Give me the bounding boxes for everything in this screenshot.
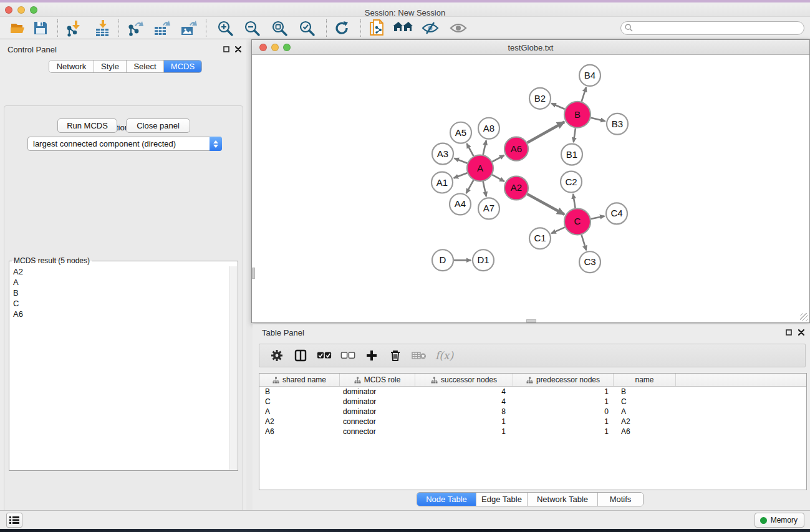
- mcds-result-item[interactable]: A2: [10, 266, 229, 277]
- zoom-in-button[interactable]: [215, 19, 236, 37]
- table-cell[interactable]: A2: [614, 417, 676, 427]
- column-header-predecessor-nodes[interactable]: predecessor nodes: [513, 374, 614, 386]
- apply-layout-button[interactable]: [331, 19, 352, 37]
- table-row[interactable]: Adominator80A: [259, 407, 806, 417]
- table-cell[interactable]: connector: [340, 417, 415, 427]
- graph-edge-B-B1[interactable]: [574, 128, 576, 142]
- table-cell[interactable]: 1: [415, 417, 513, 427]
- show-all-networks-button[interactable]: [393, 19, 414, 37]
- tab-mcds[interactable]: MCDS: [164, 60, 201, 72]
- memory-button[interactable]: Memory: [755, 513, 804, 528]
- graph-edge-A-A8[interactable]: [483, 140, 486, 155]
- table-cell[interactable]: A: [259, 407, 340, 417]
- column-header-successor-nodes[interactable]: successor nodes: [415, 374, 513, 386]
- function-builder-button[interactable]: f(x): [435, 349, 453, 362]
- table-cell[interactable]: 4: [415, 397, 513, 407]
- float-panel-button[interactable]: [222, 45, 231, 54]
- table-close-button[interactable]: [797, 328, 806, 337]
- deselect-all-button[interactable]: [340, 348, 355, 363]
- column-header-MCDS-role[interactable]: MCDS role: [340, 374, 415, 386]
- export-image-button[interactable]: [178, 19, 200, 37]
- graph-edge-A-A5[interactable]: [467, 143, 474, 156]
- open-session-button[interactable]: [7, 19, 29, 37]
- table-cell[interactable]: 1: [513, 427, 614, 437]
- graph-edge-B-B4[interactable]: [582, 87, 586, 102]
- table-cell[interactable]: 1: [513, 387, 614, 397]
- graph-edge-C-C1[interactable]: [551, 227, 565, 233]
- graph-edge-B-B2[interactable]: [551, 104, 564, 109]
- column-header-shared-name[interactable]: shared name: [259, 374, 340, 386]
- mcds-result-item[interactable]: A: [10, 277, 229, 288]
- graph-edge-B-B3[interactable]: [591, 118, 605, 121]
- graph-edge-A-A1[interactable]: [454, 173, 468, 178]
- tab-motifs[interactable]: Motifs: [598, 493, 643, 506]
- mcds-result-item[interactable]: B: [10, 288, 229, 298]
- graph-edge-C-C3[interactable]: [581, 235, 586, 250]
- network-window-titlebar[interactable]: testGlobe.txt: [252, 40, 809, 55]
- table-cell[interactable]: 0: [513, 407, 614, 417]
- graph-edge-A2-C[interactable]: [528, 194, 564, 215]
- tab-network-table[interactable]: Network Table: [528, 493, 598, 506]
- table-row[interactable]: Bdominator41B: [259, 387, 806, 397]
- graph-edge-A-A6[interactable]: [492, 155, 504, 162]
- mcds-list-scrollbar[interactable]: [229, 266, 237, 470]
- export-table-button[interactable]: [152, 19, 173, 37]
- table-cell[interactable]: B: [259, 387, 340, 397]
- table-cell[interactable]: dominator: [340, 387, 415, 397]
- table-cell[interactable]: 1: [415, 427, 513, 437]
- network-bottom-scroll-nub[interactable]: [526, 319, 536, 322]
- table-cell[interactable]: A6: [259, 427, 340, 437]
- table-cell[interactable]: A2: [259, 417, 340, 427]
- optimization-select[interactable]: largest connected component (directed): [27, 137, 222, 151]
- graph-edge-A-A3[interactable]: [455, 158, 468, 163]
- show-column-button[interactable]: [293, 348, 308, 363]
- show-selected-button[interactable]: [448, 19, 469, 37]
- network-graph[interactable]: B4B2BB3A5A8A6B1A3AC2A1A2A4A7C4CC1C3DD1: [252, 56, 809, 322]
- graph-edge-C-C2[interactable]: [573, 194, 576, 208]
- network-canvas[interactable]: B4B2BB3A5A8A6B1A3AC2A1A2A4A7C4CC1C3DD1: [252, 56, 809, 322]
- run-mcds-button[interactable]: Run MCDS: [57, 118, 117, 133]
- tab-style[interactable]: Style: [94, 60, 127, 72]
- close-panel-button-mcds[interactable]: Close panel: [126, 118, 190, 133]
- table-options-button[interactable]: [269, 348, 284, 363]
- graph-edge-A-A7[interactable]: [483, 181, 486, 196]
- graph-edge-A-A4[interactable]: [466, 180, 474, 193]
- column-header-name[interactable]: name: [614, 374, 676, 386]
- table-cell[interactable]: 1: [513, 417, 614, 427]
- add-column-button[interactable]: [364, 348, 379, 363]
- tab-network[interactable]: Network: [49, 60, 94, 72]
- mcds-result-item[interactable]: A6: [10, 309, 229, 319]
- save-session-button[interactable]: [30, 19, 51, 37]
- import-table-button[interactable]: [92, 19, 113, 37]
- new-network-from-selection-button[interactable]: [367, 19, 388, 37]
- delete-table-button[interactable]: [412, 348, 427, 363]
- graph-edge-A-A2[interactable]: [492, 175, 504, 181]
- table-cell[interactable]: 1: [513, 397, 614, 407]
- table-float-button[interactable]: [784, 328, 793, 337]
- zoom-out-button[interactable]: [241, 19, 263, 37]
- table-cell[interactable]: A6: [614, 427, 676, 437]
- select-all-button[interactable]: [317, 348, 332, 363]
- tab-select[interactable]: Select: [127, 60, 164, 72]
- task-history-button[interactable]: [6, 513, 22, 528]
- import-network-button[interactable]: [64, 19, 85, 37]
- export-network-button[interactable]: [125, 19, 147, 37]
- mcds-result-item[interactable]: C: [10, 298, 229, 309]
- delete-columns-button[interactable]: [388, 348, 403, 363]
- table-cell[interactable]: connector: [340, 427, 415, 437]
- table-row[interactable]: A2connector11A2: [259, 417, 806, 427]
- table-row[interactable]: A6connector11A6: [259, 427, 806, 437]
- network-left-scroll-nub[interactable]: [252, 268, 255, 279]
- table-row[interactable]: Cdominator41C: [259, 397, 806, 407]
- table-cell[interactable]: 4: [415, 387, 513, 397]
- table-cell[interactable]: C: [614, 397, 676, 407]
- tab-node-table[interactable]: Node Table: [417, 493, 476, 506]
- graph-edge-C-C4[interactable]: [591, 216, 605, 219]
- close-panel-button[interactable]: [234, 45, 243, 54]
- hide-selected-button[interactable]: [420, 19, 441, 37]
- table-cell[interactable]: C: [259, 397, 340, 407]
- mcds-result-list[interactable]: A2ABCA6: [10, 266, 229, 470]
- zoom-selected-button[interactable]: [296, 19, 317, 37]
- table-cell[interactable]: A: [614, 407, 676, 417]
- table-cell[interactable]: dominator: [340, 397, 415, 407]
